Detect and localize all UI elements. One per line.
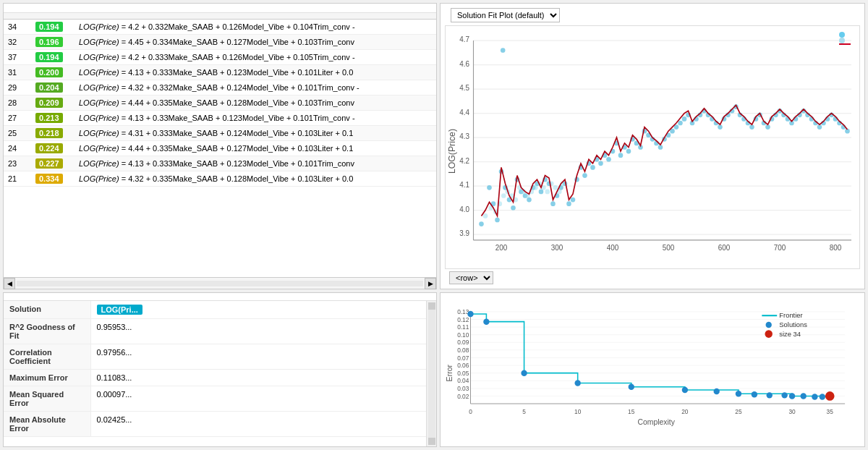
svg-point-191 xyxy=(820,394,825,399)
svg-point-184 xyxy=(736,391,741,396)
svg-point-28 xyxy=(479,221,484,226)
top-row: 340.194LOG(Price) = 4.2 + 0.332Make_SAAB… xyxy=(0,0,868,291)
details-scrollbar[interactable] xyxy=(426,301,436,446)
svg-point-33 xyxy=(501,48,506,53)
scroll-thumb-down[interactable] xyxy=(428,438,435,445)
table-row[interactable]: 370.194LOG(Price) = 4.2 + 0.333Make_SAAB… xyxy=(4,50,436,65)
fit-chart-area: LOG(Price) 4.7 4.6 4.5 4.4 4.3 4.2 4.1 4… xyxy=(445,25,860,269)
details-row: Maximum Error0.11083... xyxy=(4,370,426,386)
accuracy-chart-area: Error 0.13 0.12 0.11 0.10 0.09 0.08 0.07… xyxy=(445,300,860,442)
svg-text:4.2: 4.2 xyxy=(459,157,469,165)
table-row[interactable]: 280.209LOG(Price) = 4.44 + 0.335Make_SAA… xyxy=(4,95,436,111)
table-scrollbar-row: ◀ ▶ xyxy=(4,277,436,289)
svg-text:4.0: 4.0 xyxy=(459,205,469,213)
details-value: 0.11083... xyxy=(90,370,426,386)
svg-point-177 xyxy=(467,311,473,317)
svg-text:3.9: 3.9 xyxy=(459,229,469,237)
best-solutions-panel: 340.194LOG(Price) = 4.2 + 0.332Make_SAAB… xyxy=(3,3,437,289)
x-axis-select[interactable]: <row> index xyxy=(449,271,493,284)
table-row[interactable]: 210.334LOG(Price) = 4.32 + 0.335Make_SAA… xyxy=(4,171,436,187)
cell-solution: LOG(Price) = 4.2 + 0.333Make_SAAB + 0.12… xyxy=(75,50,436,65)
svg-text:0.08: 0.08 xyxy=(457,347,469,354)
svg-text:Complexity: Complexity xyxy=(637,417,675,426)
svg-point-31 xyxy=(495,218,500,223)
svg-point-78 xyxy=(678,121,683,126)
scroll-thumb-up[interactable] xyxy=(428,302,435,310)
svg-text:4.6: 4.6 xyxy=(459,60,469,68)
svg-point-182 xyxy=(682,387,688,393)
cell-size: 27 xyxy=(4,111,31,126)
cell-fit: 0.227 xyxy=(31,156,75,171)
cell-size: 37 xyxy=(4,50,31,65)
svg-text:0.12: 0.12 xyxy=(457,316,469,323)
table-row[interactable]: 310.200LOG(Price) = 4.13 + 0.333Make_SAA… xyxy=(4,65,436,80)
svg-text:0.06: 0.06 xyxy=(457,362,469,369)
cell-solution: LOG(Price) = 4.44 + 0.335Make_SAAB + 0.1… xyxy=(75,141,436,156)
svg-point-183 xyxy=(714,389,720,394)
svg-point-46 xyxy=(550,201,556,206)
svg-text:0.03: 0.03 xyxy=(457,385,469,392)
svg-point-189 xyxy=(801,393,807,399)
table-row[interactable]: 270.213LOG(Price) = 4.13 + 0.33Make_SAAB… xyxy=(4,111,436,126)
details-label: R^2 Goodness of Fit xyxy=(4,319,90,344)
svg-point-181 xyxy=(629,383,634,389)
legend-size34-dot xyxy=(765,330,773,338)
fit-chart-svg: LOG(Price) 4.7 4.6 4.5 4.4 4.3 4.2 4.1 4… xyxy=(446,26,859,268)
solutions-table: 340.194LOG(Price) = 4.2 + 0.332Make_SAAB… xyxy=(4,13,436,187)
scroll-track[interactable] xyxy=(17,281,423,286)
details-label: Mean Squared Error xyxy=(4,386,90,412)
scroll-left-arrow[interactable]: ◀ xyxy=(4,278,15,289)
svg-point-188 xyxy=(789,393,795,399)
svg-text:Error: Error xyxy=(446,364,454,381)
cell-solution: LOG(Price) = 4.32 + 0.332Make_SAAB + 0.1… xyxy=(75,80,436,95)
svg-text:4.5: 4.5 xyxy=(459,84,469,92)
svg-point-186 xyxy=(767,392,773,398)
fit-chart-legend xyxy=(839,32,854,45)
details-row: Mean Squared Error0.00097... xyxy=(4,386,426,412)
legend-size34 xyxy=(839,43,854,45)
table-row[interactable]: 290.204LOG(Price) = 4.32 + 0.332Make_SAA… xyxy=(4,80,436,95)
table-row[interactable]: 320.196LOG(Price) = 4.45 + 0.334Make_SAA… xyxy=(4,35,436,50)
cell-size: 32 xyxy=(4,35,31,50)
svg-point-65 xyxy=(626,149,631,154)
table-row[interactable]: 230.227LOG(Price) = 4.13 + 0.333Make_SAA… xyxy=(4,156,436,171)
cell-solution: LOG(Price) = 4.2 + 0.332Make_SAAB + 0.12… xyxy=(75,20,436,35)
right-top-header: Solution Fit Plot (default) Residuals Pl… xyxy=(445,8,860,22)
svg-text:size 34: size 34 xyxy=(779,330,801,338)
svg-point-190 xyxy=(812,394,817,399)
svg-text:4.3: 4.3 xyxy=(459,132,469,140)
svg-point-50 xyxy=(566,201,571,206)
table-row[interactable]: 250.218LOG(Price) = 4.31 + 0.333Make_SAA… xyxy=(4,126,436,141)
svg-point-121 xyxy=(483,213,488,218)
scroll-right-arrow[interactable]: ▶ xyxy=(425,278,436,289)
svg-point-185 xyxy=(752,391,757,397)
svg-point-36 xyxy=(511,205,516,211)
svg-text:15: 15 xyxy=(628,408,635,415)
cell-size: 29 xyxy=(4,80,31,95)
cell-fit: 0.213 xyxy=(31,111,75,126)
svg-point-43 xyxy=(539,190,544,195)
details-table-wrap[interactable]: SolutionLOG(Pri...R^2 Goodness of Fit0.9… xyxy=(4,301,426,446)
details-label: Maximum Error xyxy=(4,370,90,386)
details-row: Correlation Coefficient0.97956... xyxy=(4,344,426,370)
bottom-row: SolutionLOG(Pri...R^2 Goodness of Fit0.9… xyxy=(0,291,868,450)
details-row: R^2 Goodness of Fit0.95953... xyxy=(4,319,426,344)
legend-validation-dot xyxy=(839,32,845,38)
solutions-table-container[interactable]: 340.194LOG(Price) = 4.2 + 0.332Make_SAAB… xyxy=(4,13,436,277)
cell-solution: LOG(Price) = 4.13 + 0.33Make_SAAB + 0.12… xyxy=(75,111,436,126)
cell-fit: 0.218 xyxy=(31,126,75,141)
svg-point-179 xyxy=(521,370,527,375)
svg-text:500: 500 xyxy=(663,244,675,252)
table-row[interactable]: 340.194LOG(Price) = 4.2 + 0.332Make_SAAB… xyxy=(4,20,436,35)
legend-train-dot xyxy=(839,38,845,43)
table-row[interactable]: 240.224LOG(Price) = 4.44 + 0.335Make_SAA… xyxy=(4,141,436,156)
plot-type-select[interactable]: Solution Fit Plot (default) Residuals Pl… xyxy=(451,8,560,22)
solution-details-title xyxy=(4,293,436,301)
svg-text:400: 400 xyxy=(607,244,619,252)
cell-fit: 0.224 xyxy=(31,141,75,156)
svg-point-56 xyxy=(590,165,595,170)
cell-size: 24 xyxy=(4,141,31,156)
svg-text:10: 10 xyxy=(574,408,582,415)
details-value: 0.02425... xyxy=(90,412,426,437)
svg-point-187 xyxy=(781,392,787,398)
